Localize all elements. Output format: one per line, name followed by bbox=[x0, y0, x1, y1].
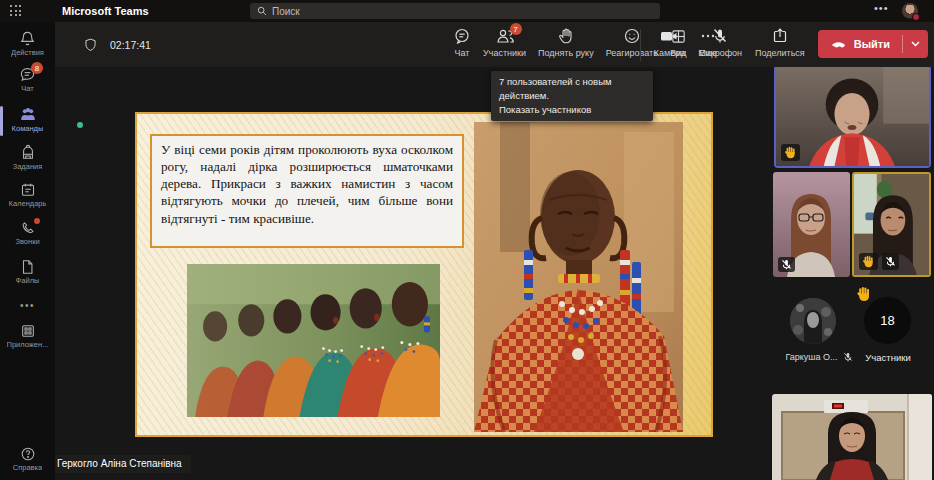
user-avatar[interactable] bbox=[902, 3, 918, 19]
camera-icon bbox=[659, 27, 679, 45]
button-label: Чат bbox=[455, 48, 470, 58]
shield-icon bbox=[83, 37, 98, 53]
chevron-down-icon bbox=[911, 41, 920, 47]
pointer-dot bbox=[77, 122, 83, 128]
slide-photo-maasai-elder bbox=[474, 122, 683, 432]
participant-name: Гаркуша О... bbox=[785, 352, 837, 362]
sidebar-item-calls[interactable]: Звонки bbox=[0, 220, 55, 246]
chat-icon: 8 bbox=[19, 66, 36, 83]
share-screen-icon bbox=[771, 27, 789, 45]
sidebar-item-activity[interactable]: Действия bbox=[0, 30, 55, 57]
participants-count: 18 bbox=[880, 313, 894, 328]
leave-label: Выйти bbox=[854, 38, 890, 50]
sidebar-item-apps[interactable]: Приложен... bbox=[0, 323, 55, 349]
file-icon bbox=[20, 259, 35, 275]
mic-muted-icon bbox=[843, 352, 853, 362]
sidebar-item-help[interactable]: Справка bbox=[0, 446, 55, 472]
button-label: Участники bbox=[483, 48, 526, 58]
chat-icon bbox=[453, 27, 471, 45]
mic-off-icon bbox=[711, 27, 729, 45]
toolbar-divider bbox=[640, 29, 641, 61]
button-label: Микрофон bbox=[698, 48, 742, 58]
calendar-icon bbox=[20, 182, 36, 198]
leave-options-button[interactable] bbox=[903, 30, 928, 58]
sidebar: Действия 8 Чат Команды Задания Календарь bbox=[0, 22, 55, 480]
teams-icon bbox=[19, 106, 37, 123]
sidebar-item-chat[interactable]: 8 Чат bbox=[0, 66, 55, 93]
raise-hand-button[interactable]: Поднять руку bbox=[538, 27, 594, 58]
participants-alert-badge: 7 bbox=[510, 23, 522, 35]
camera-button[interactable]: Камера bbox=[654, 27, 685, 58]
sidebar-item-label: Действия bbox=[11, 48, 44, 57]
sidebar-item-files[interactable]: Файлы bbox=[0, 259, 55, 285]
sidebar-item-label: Календарь bbox=[9, 199, 47, 208]
participants-count-label: Участники bbox=[856, 352, 920, 363]
calls-notification-dot bbox=[34, 218, 40, 224]
tooltip-line1: 7 пользователей с новым действием. bbox=[499, 75, 645, 103]
chat-badge: 8 bbox=[31, 62, 43, 74]
slide-photo-maasai-women bbox=[187, 264, 440, 417]
sidebar-item-label: Файлы bbox=[16, 276, 40, 285]
topbar-more-icon[interactable]: ••• bbox=[874, 2, 889, 14]
button-label: Камера bbox=[654, 48, 685, 58]
shared-slide: У віці семи років дітям проколюють вуха … bbox=[135, 112, 713, 437]
search-input[interactable] bbox=[272, 6, 653, 17]
sidebar-more-icon[interactable]: ••• bbox=[0, 300, 55, 311]
phone-icon bbox=[20, 220, 36, 236]
button-label: Поднять руку bbox=[538, 48, 594, 58]
participant-avatar[interactable] bbox=[790, 298, 836, 344]
hangup-icon bbox=[830, 38, 847, 50]
raised-hand-badge bbox=[859, 253, 878, 270]
app-launcher-icon[interactable] bbox=[10, 5, 22, 17]
sidebar-item-label: Чат bbox=[21, 84, 33, 93]
button-label: Поделиться bbox=[755, 48, 805, 58]
backpack-icon bbox=[20, 144, 36, 161]
tooltip-line2: Показать участников bbox=[499, 103, 645, 117]
teams-meeting-window: Microsoft Teams ••• Действия 8 Чат Коман… bbox=[0, 0, 934, 480]
presenter-name-label: Геркогло Аліна Степанівна bbox=[48, 455, 191, 473]
participant-name-row: Гаркуша О... bbox=[774, 352, 864, 362]
raised-hand-badge bbox=[781, 144, 800, 161]
search-icon bbox=[257, 6, 267, 16]
video-tile-bottom[interactable] bbox=[772, 394, 932, 480]
share-button[interactable]: Поделиться bbox=[755, 27, 805, 58]
sidebar-item-calendar[interactable]: Календарь bbox=[0, 182, 55, 208]
sidebar-item-label: Приложен... bbox=[7, 340, 49, 349]
video-tile-participant-glasses[interactable] bbox=[773, 172, 850, 277]
video-tile-speaking[interactable] bbox=[774, 64, 931, 168]
apps-grid-icon bbox=[20, 323, 36, 339]
sidebar-item-label: Звонки bbox=[15, 237, 39, 246]
raise-hand-icon bbox=[557, 27, 575, 45]
meeting-toolbar: 02:17:41 Чат 7 Участники Поднять руку Ре… bbox=[55, 22, 934, 67]
toolbar-right-buttons: Камера Микрофон Поделиться Выйти bbox=[640, 27, 928, 61]
timer-value: 02:17:41 bbox=[110, 39, 151, 51]
chat-button[interactable]: Чат bbox=[453, 27, 471, 58]
participants-button[interactable]: 7 Участники bbox=[483, 27, 526, 58]
app-title: Microsoft Teams bbox=[62, 5, 149, 17]
help-icon bbox=[20, 446, 36, 462]
top-bar: Microsoft Teams ••• bbox=[0, 0, 934, 22]
sidebar-item-teams[interactable]: Команды bbox=[0, 106, 55, 133]
mic-muted-badge bbox=[778, 257, 795, 272]
participants-tooltip: 7 пользователей с новым действием. Показ… bbox=[491, 71, 653, 121]
search-bar[interactable] bbox=[250, 3, 660, 19]
participants-icon: 7 bbox=[495, 27, 515, 45]
raised-hand-icon bbox=[856, 286, 872, 306]
sidebar-item-label: Команды bbox=[12, 124, 44, 133]
sidebar-item-assignments[interactable]: Задания bbox=[0, 144, 55, 171]
video-tile-pinned[interactable] bbox=[852, 172, 931, 277]
mic-button[interactable]: Микрофон bbox=[698, 27, 742, 58]
presence-busy-badge bbox=[912, 13, 920, 21]
meeting-timer: 02:17:41 bbox=[83, 22, 151, 67]
smiley-icon bbox=[623, 27, 641, 45]
leave-button[interactable]: Выйти bbox=[818, 30, 928, 58]
slide-textbox: У віці семи років дітям проколюють вуха … bbox=[150, 134, 464, 248]
sidebar-item-label: Справка bbox=[13, 463, 42, 472]
sidebar-item-label: Задания bbox=[13, 162, 43, 171]
bell-icon bbox=[19, 30, 36, 47]
mic-muted-badge bbox=[882, 253, 899, 270]
